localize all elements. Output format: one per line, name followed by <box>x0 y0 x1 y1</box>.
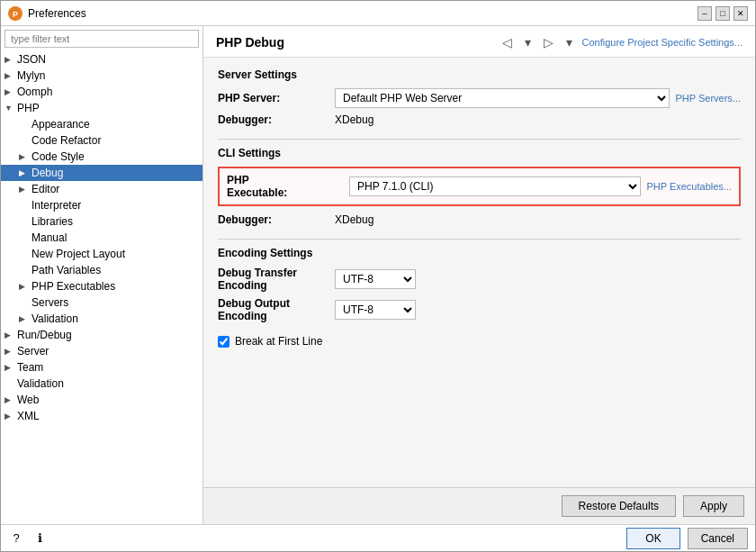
right-panel: PHP Debug ◁ ▾ ▷ ▾ Configure Project Spec… <box>203 26 755 524</box>
sidebar-item-interpreter[interactable]: Interpreter <box>1 197 202 213</box>
sidebar-item-validation-root[interactable]: Validation <box>1 376 202 392</box>
php-server-select[interactable]: Default PHP Web Server Custom PHP Server <box>335 88 670 108</box>
sidebar-item-servers[interactable]: Servers <box>1 294 202 311</box>
app-icon: P <box>8 6 22 21</box>
sidebar-item-code-refactor[interactable]: Code Refactor <box>1 132 202 149</box>
panel-footer: Restore Defaults Apply <box>203 487 755 524</box>
sidebar-item-label-editor: Editor <box>32 183 59 195</box>
break-at-first-line-checkbox[interactable] <box>218 336 230 348</box>
sidebar-item-team[interactable]: ▶Team <box>1 359 202 376</box>
sidebar-item-label-php-executables: PHP Executables <box>32 280 115 293</box>
php-executable-highlighted: PHPExecutable: PHP 7.1.0 (CLI) PHP Execu… <box>218 167 741 206</box>
server-debugger-value: XDebug <box>335 113 741 126</box>
sidebar-item-xml[interactable]: ▶XML <box>1 408 202 424</box>
php-executable-select[interactable]: PHP 7.1.0 (CLI) <box>349 176 641 196</box>
sidebar-item-label-php: PHP <box>17 102 40 114</box>
server-settings-title: Server Settings <box>218 68 741 81</box>
filter-input[interactable] <box>4 30 199 48</box>
cli-debugger-value: XDebug <box>335 213 741 226</box>
sidebar-item-path-variables[interactable]: Path Variables <box>1 262 202 278</box>
sidebar-item-validation[interactable]: ▶Validation <box>1 311 202 327</box>
sidebar-item-label-manual: Manual <box>32 231 67 244</box>
sidebar-item-run-debug[interactable]: ▶Run/Debug <box>1 327 202 343</box>
nav-back-icon[interactable]: ◁ <box>499 33 516 51</box>
cli-settings-title: CLI Settings <box>218 147 741 159</box>
panel-body: Server Settings PHP Server: Default PHP … <box>203 58 755 487</box>
window-title: Preferences <box>28 7 86 20</box>
cli-debugger-grid: Debugger: XDebug <box>218 213 741 226</box>
tree-arrow-oomph: ▶ <box>4 87 15 96</box>
cancel-button[interactable]: Cancel <box>688 528 748 549</box>
sidebar-item-label-team: Team <box>17 361 43 374</box>
panel-header: PHP Debug ◁ ▾ ▷ ▾ Configure Project Spec… <box>203 26 755 58</box>
debug-output-row: UTF-8 UTF-16 ISO-8859-1 <box>335 300 741 320</box>
cli-debugger-label: Debugger: <box>218 213 335 226</box>
close-button[interactable]: ✕ <box>734 6 748 21</box>
window-controls: – □ ✕ <box>698 6 748 21</box>
nav-dropdown-icon[interactable]: ▾ <box>521 33 535 51</box>
sidebar-item-web[interactable]: ▶Web <box>1 392 202 408</box>
debug-output-select[interactable]: UTF-8 UTF-16 ISO-8859-1 <box>335 300 416 320</box>
php-server-label: PHP Server: <box>218 92 335 104</box>
title-bar: P Preferences – □ ✕ <box>1 1 755 26</box>
php-servers-link[interactable]: PHP Servers... <box>675 93 741 104</box>
sidebar-item-editor[interactable]: ▶Editor <box>1 181 202 197</box>
debug-transfer-row: UTF-8 UTF-16 ISO-8859-1 <box>335 269 741 289</box>
sidebar-item-label-debug: Debug <box>32 167 63 179</box>
sidebar-item-label-validation: Validation <box>32 312 78 325</box>
bottom-bar: ? ℹ OK Cancel <box>1 524 755 551</box>
ok-cancel-area: OK Cancel <box>626 528 748 549</box>
info-icon[interactable]: ℹ <box>32 530 48 547</box>
debug-output-label: Debug Output Encoding <box>218 297 335 322</box>
sidebar-item-new-project-layout[interactable]: New Project Layout <box>1 246 202 262</box>
sidebar-item-mylyn[interactable]: ▶Mylyn <box>1 68 202 84</box>
minimize-button[interactable]: – <box>698 6 712 21</box>
sidebar-item-label-interpreter: Interpreter <box>32 199 81 212</box>
encoding-settings-title: Encoding Settings <box>218 247 741 259</box>
nav-forward-icon[interactable]: ▷ <box>540 33 557 51</box>
sidebar-item-label-mylyn: Mylyn <box>17 69 45 82</box>
tree-arrow-debug: ▶ <box>19 168 30 177</box>
sidebar-item-manual[interactable]: Manual <box>1 230 202 246</box>
restore-defaults-button[interactable]: Restore Defaults <box>562 495 676 517</box>
sidebar-item-appearance[interactable]: Appearance <box>1 116 202 132</box>
sidebar-item-code-style[interactable]: ▶Code Style <box>1 149 202 165</box>
svg-text:P: P <box>13 10 18 19</box>
nav-dropdown2-icon[interactable]: ▾ <box>562 33 576 51</box>
sidebar-item-libraries[interactable]: Libraries <box>1 213 202 230</box>
sidebar-item-json[interactable]: ▶JSON <box>1 51 202 68</box>
preferences-window: P Preferences – □ ✕ ▶JSON▶Mylyn▶Oomph▼PH… <box>0 0 756 552</box>
sidebar-item-php-executables[interactable]: ▶PHP Executables <box>1 278 202 294</box>
debug-transfer-select[interactable]: UTF-8 UTF-16 ISO-8859-1 <box>335 269 416 289</box>
sidebar-item-label-run-debug: Run/Debug <box>17 329 72 341</box>
php-executable-label: PHPExecutable: <box>227 174 344 199</box>
sidebar-item-label-new-project-layout: New Project Layout <box>32 248 125 260</box>
php-executables-link[interactable]: PHP Executables... <box>646 181 732 192</box>
title-bar-left: P Preferences <box>8 6 86 21</box>
tree-arrow-run-debug: ▶ <box>4 330 15 339</box>
sidebar-item-oomph[interactable]: ▶Oomph <box>1 84 202 100</box>
apply-button[interactable]: Apply <box>683 495 744 517</box>
encoding-settings-grid: Debug Transfer Encoding UTF-8 UTF-16 ISO… <box>218 267 741 322</box>
server-debugger-label: Debugger: <box>218 113 335 126</box>
sidebar-item-label-code-refactor: Code Refactor <box>32 134 101 147</box>
tree-arrow-code-style: ▶ <box>19 152 30 161</box>
sidebar: ▶JSON▶Mylyn▶Oomph▼PHPAppearanceCode Refa… <box>1 26 203 524</box>
break-at-first-line-label[interactable]: Break at First Line <box>235 335 322 348</box>
sidebar-item-debug[interactable]: ▶Debug <box>1 165 202 181</box>
tree-arrow-json: ▶ <box>4 55 15 64</box>
sidebar-item-server[interactable]: ▶Server <box>1 343 202 359</box>
maximize-button[interactable]: □ <box>716 6 730 21</box>
sidebar-item-php[interactable]: ▼PHP <box>1 100 202 116</box>
sidebar-item-label-web: Web <box>17 394 39 406</box>
ok-button[interactable]: OK <box>626 528 680 549</box>
tree-arrow-validation: ▶ <box>19 314 30 323</box>
sidebar-item-label-xml: XML <box>17 410 40 422</box>
sidebar-item-label-appearance: Appearance <box>32 118 90 131</box>
help-icon[interactable]: ? <box>8 530 24 547</box>
configure-link[interactable]: Configure Project Specific Settings... <box>581 37 742 48</box>
sidebar-item-label-oomph: Oomph <box>17 86 52 98</box>
cli-settings-area: PHPExecutable: PHP 7.1.0 (CLI) PHP Execu… <box>218 167 741 226</box>
main-content: ▶JSON▶Mylyn▶Oomph▼PHPAppearanceCode Refa… <box>1 26 755 524</box>
tree-container: ▶JSON▶Mylyn▶Oomph▼PHPAppearanceCode Refa… <box>1 51 202 524</box>
